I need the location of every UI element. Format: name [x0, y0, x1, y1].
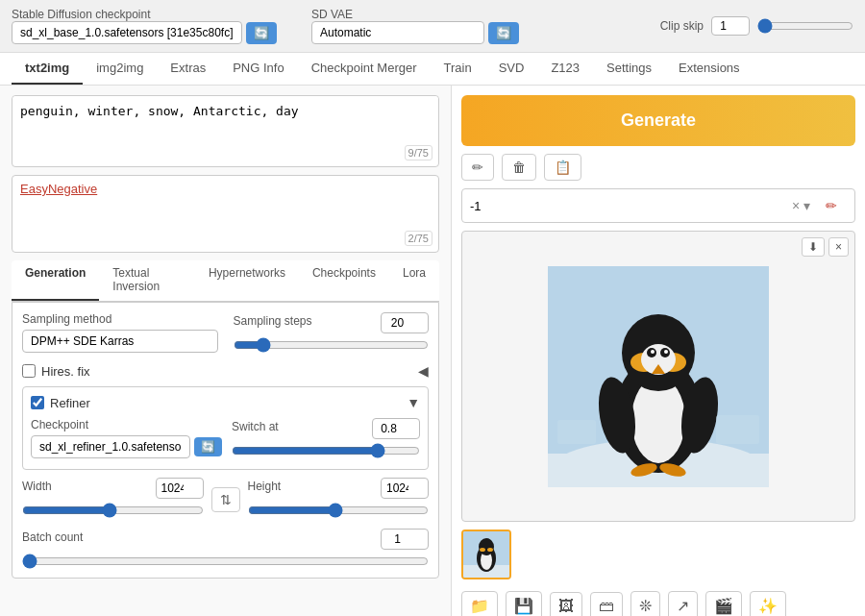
width-input[interactable] [156, 478, 204, 499]
edit-button[interactable]: ✏ [461, 154, 494, 181]
switch-at-section: Switch at [232, 418, 420, 461]
sampling-method-label: Sampling method [22, 312, 218, 326]
sampling-method-section: Sampling method DPM++ SDE Karras [22, 312, 218, 353]
seed-extra-button[interactable]: ✏ [816, 193, 847, 218]
checkpoint-refresh-button[interactable]: 🔄 [246, 22, 277, 44]
svg-point-11 [651, 350, 655, 354]
star-icon-button[interactable]: ✨ [750, 591, 786, 616]
width-label: Width [22, 480, 52, 493]
tab-img2img[interactable]: img2img [83, 53, 157, 85]
height-label: Height [248, 480, 282, 493]
refiner-checkbox[interactable] [31, 396, 44, 409]
positive-prompt-count: 9/75 [405, 145, 432, 160]
subtab-generation[interactable]: Generation [12, 260, 99, 301]
hires-fix-toggle[interactable]: ◀ [418, 363, 429, 379]
subtabs-container: Generation Textual Inversion Hypernetwor… [12, 260, 439, 579]
arrow-icon-button[interactable]: ↗ [668, 591, 698, 616]
clip-skip-label: Clip skip [660, 19, 704, 33]
refiner-checkpoint-select[interactable]: sd_xl_refiner_1.0.safetenso [31, 435, 190, 458]
sampling-steps-slider[interactable] [234, 337, 430, 353]
refiner-toggle[interactable]: ▼ [407, 395, 420, 410]
sampling-steps-label: Sampling steps [234, 314, 312, 328]
clip-skip-section: Clip skip [660, 16, 853, 36]
subtab-lora[interactable]: Lora [389, 260, 439, 301]
tab-png-info[interactable]: PNG Info [219, 53, 297, 85]
left-panel: 9/75 EasyNegative 2/75 Generation Textua… [0, 86, 452, 616]
refiner-label: Refiner [50, 396, 90, 410]
sampling-steps-section: Sampling steps [234, 312, 430, 356]
tab-extras[interactable]: Extras [157, 53, 219, 85]
generation-panel: Sampling method DPM++ SDE Karras Samplin… [12, 302, 439, 579]
subtab-textual-inversion[interactable]: Textual Inversion [99, 260, 195, 301]
negative-prompt-area: EasyNegative 2/75 [12, 175, 439, 253]
svg-point-24 [479, 538, 494, 555]
width-slider[interactable] [22, 503, 204, 518]
main-tabs: txt2img img2img Extras PNG Info Checkpoi… [0, 53, 865, 86]
svg-point-25 [480, 548, 485, 552]
switch-at-input[interactable] [372, 418, 420, 439]
svg-point-26 [487, 548, 493, 552]
refiner-refresh-button[interactable]: 🔄 [194, 437, 222, 456]
thumbnail-1[interactable] [461, 530, 511, 579]
subtab-hypernetworks[interactable]: Hypernetworks [195, 260, 299, 301]
checkpoint-select[interactable]: sd_xl_base_1.0.safetensors [31e35c80fc] [12, 21, 242, 44]
tab-settings[interactable]: Settings [593, 53, 665, 85]
image-controls: ⬇ × [802, 237, 849, 257]
tab-z123[interactable]: Z123 [537, 53, 593, 85]
bottom-icons: 📁 💾 🖼 🗃 ❊ ↗ 🎬 ✨ [461, 587, 855, 616]
film-icon-button[interactable]: 🎬 [705, 591, 742, 616]
save-icon-button[interactable]: 💾 [506, 591, 542, 616]
seed-row: × ▾ ✏ [461, 188, 855, 223]
folder-icon-button[interactable]: 📁 [461, 591, 498, 616]
swap-dimensions-button[interactable]: ⇅ [211, 487, 240, 512]
paste-button[interactable]: 📋 [544, 154, 581, 181]
top-bar: Stable Diffusion checkpoint sd_xl_base_1… [0, 0, 865, 53]
sampling-steps-input[interactable] [381, 312, 429, 333]
clip-skip-slider[interactable] [757, 18, 853, 34]
seed-clear-button[interactable]: × ▾ [792, 198, 810, 213]
refiner-checkpoint-section: Checkpoint sd_xl_refiner_1.0.safetenso 🔄 [31, 418, 222, 458]
positive-prompt-input[interactable] [12, 96, 438, 163]
archive-icon-button[interactable]: 🗃 [590, 592, 623, 617]
refiner-checkpoint-label: Checkpoint [31, 418, 222, 431]
height-slider[interactable] [248, 503, 430, 518]
switch-at-label: Switch at [232, 420, 279, 433]
tab-txt2img[interactable]: txt2img [12, 53, 83, 85]
height-input[interactable] [381, 478, 429, 499]
switch-at-slider[interactable] [232, 443, 420, 458]
generate-button[interactable]: Generate [461, 95, 855, 146]
hires-fix-checkbox[interactable] [22, 364, 36, 378]
grid-icon-button[interactable]: ❊ [630, 591, 660, 616]
sampling-row: Sampling method DPM++ SDE Karras Samplin… [22, 312, 429, 356]
tab-extensions[interactable]: Extensions [665, 53, 754, 85]
download-button[interactable]: ⬇ [802, 237, 825, 257]
tab-checkpoint-merger[interactable]: Checkpoint Merger [298, 53, 431, 85]
checkpoint-select-wrap: sd_xl_base_1.0.safetensors [31e35c80fc] … [12, 21, 277, 44]
batch-count-label: Batch count [22, 530, 83, 544]
vae-label: SD VAE [311, 8, 519, 21]
negative-prompt-input[interactable] [12, 196, 438, 249]
vae-section: SD VAE Automatic 🔄 [311, 8, 519, 44]
refiner-section: Refiner ▼ Checkpoint sd_xl_refiner_1.0.s… [22, 386, 429, 470]
tab-train[interactable]: Train [431, 53, 485, 85]
checkpoint-label: Stable Diffusion checkpoint [12, 8, 277, 21]
hires-fix-label: Hires. fix [41, 364, 90, 379]
trash-button[interactable]: 🗑 [502, 154, 536, 181]
svg-rect-18 [557, 420, 596, 444]
checkpoint-section: Stable Diffusion checkpoint sd_xl_base_1… [12, 8, 277, 44]
svg-point-12 [664, 350, 668, 354]
vae-select[interactable]: Automatic [311, 21, 484, 44]
seed-input[interactable] [470, 199, 786, 213]
vae-refresh-button[interactable]: 🔄 [488, 22, 519, 44]
close-image-button[interactable]: × [828, 237, 849, 257]
negative-label[interactable]: EasyNegative [12, 176, 438, 196]
tab-svd[interactable]: SVD [485, 53, 538, 85]
photo-icon-button[interactable]: 🖼 [550, 592, 582, 617]
sampling-method-select[interactable]: DPM++ SDE Karras [22, 330, 218, 353]
refiner-checkpoint-row: Checkpoint sd_xl_refiner_1.0.safetenso 🔄… [31, 418, 420, 461]
right-panel: Generate ✏ 🗑 📋 × ▾ ✏ ⬇ × [452, 86, 865, 616]
batch-count-slider[interactable] [22, 554, 429, 569]
clip-skip-input[interactable] [711, 16, 750, 36]
subtab-checkpoints[interactable]: Checkpoints [299, 260, 389, 301]
batch-count-input[interactable] [381, 529, 429, 550]
